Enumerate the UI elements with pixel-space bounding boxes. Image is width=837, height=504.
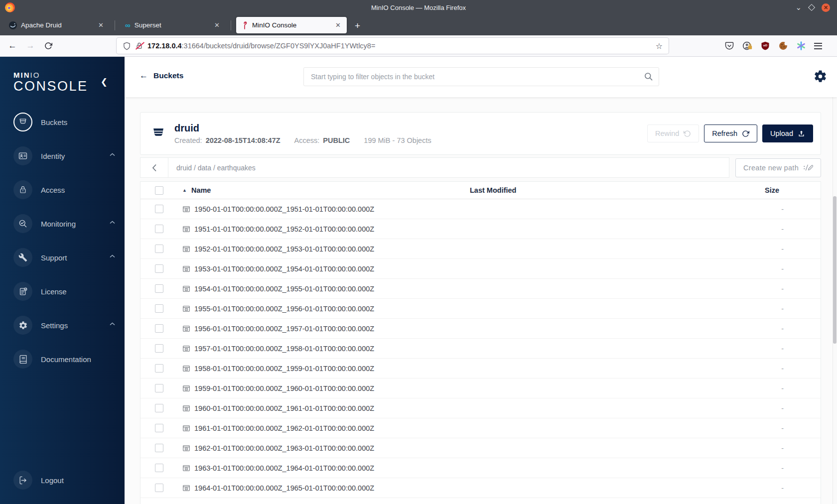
sidebar-item-identity[interactable]: Identity — [0, 139, 125, 173]
refresh-button[interactable]: Refresh — [704, 125, 757, 142]
bookmark-star-icon[interactable]: ☆ — [656, 41, 663, 51]
page-scrollbar-thumb[interactable] — [833, 196, 837, 344]
settings-gear-icon[interactable] — [813, 69, 828, 84]
tab-close-icon[interactable]: ✕ — [97, 21, 105, 29]
account-icon[interactable] — [742, 41, 752, 51]
filter-objects-input[interactable] — [303, 67, 659, 86]
sidebar-item-logout[interactable]: Logout — [0, 463, 125, 497]
row-checkbox[interactable] — [155, 304, 163, 313]
tab-minio-console[interactable]: MinIO Console ✕ — [236, 17, 347, 33]
sidebar-item-support[interactable]: Support — [0, 241, 125, 274]
row-checkbox[interactable] — [155, 324, 163, 333]
url-text[interactable]: 172.18.0.4:31664/buckets/druid/browse/ZG… — [147, 42, 375, 50]
object-name[interactable]: 1951-01-01T00:00:00.000Z_1952-01-01T00:0… — [194, 225, 374, 233]
menu-hamburger-icon[interactable] — [814, 43, 822, 49]
chevron-up-icon[interactable] — [110, 221, 115, 224]
table-row[interactable]: 1956-01-01T00:00:00.000Z_1957-01-01T00:0… — [140, 319, 821, 339]
reload-button[interactable] — [41, 38, 56, 53]
chevron-up-icon[interactable] — [110, 153, 115, 156]
object-name[interactable]: 1959-01-01T00:00:00.000Z_1960-01-01T00:0… — [194, 384, 374, 392]
row-checkbox[interactable] — [155, 444, 163, 452]
row-checkbox[interactable] — [155, 384, 163, 392]
row-checkbox[interactable] — [155, 464, 163, 472]
table-row[interactable]: 1962-01-01T00:00:00.000Z_1963-01-01T00:0… — [140, 438, 821, 458]
row-checkbox[interactable] — [155, 264, 163, 273]
row-checkbox[interactable] — [155, 344, 163, 353]
row-checkbox[interactable] — [155, 364, 163, 373]
tab-close-icon[interactable]: ✕ — [213, 21, 221, 29]
select-all-checkbox[interactable] — [155, 186, 163, 195]
table-row[interactable]: 1963-01-01T00:00:00.000Z_1964-01-01T00:0… — [140, 458, 821, 478]
name-column-header[interactable]: Name — [191, 186, 211, 194]
last-modified-column-header[interactable]: Last Modified — [462, 186, 741, 194]
row-checkbox[interactable] — [155, 424, 163, 432]
object-name[interactable]: 1954-01-01T00:00:00.000Z_1955-01-01T00:0… — [194, 285, 374, 293]
table-row[interactable]: 1953-01-01T00:00:00.000Z_1954-01-01T00:0… — [140, 259, 821, 279]
chevron-up-icon[interactable] — [110, 254, 115, 258]
upload-button[interactable]: Upload — [762, 125, 813, 142]
sidebar-item-access[interactable]: Access — [0, 173, 125, 207]
rewind-button[interactable]: Rewind — [647, 125, 699, 142]
sidebar-item-buckets[interactable]: Buckets — [0, 105, 125, 139]
object-name[interactable]: 1958-01-01T00:00:00.000Z_1959-01-01T00:0… — [194, 365, 374, 373]
url-bar[interactable]: 172.18.0.4:31664/buckets/druid/browse/ZG… — [117, 38, 669, 54]
row-checkbox[interactable] — [155, 284, 163, 293]
size-column-header[interactable]: Size — [741, 186, 821, 194]
object-name[interactable]: 1961-01-01T00:00:00.000Z_1962-01-01T00:0… — [194, 424, 374, 432]
back-button[interactable]: ← — [5, 38, 20, 53]
cookie-extension-icon[interactable] — [778, 41, 788, 51]
breadcrumb-back-button[interactable] — [140, 158, 168, 177]
sidebar-collapse-icon[interactable]: ❮ — [101, 77, 108, 87]
object-name[interactable]: 1957-01-01T00:00:00.000Z_1958-01-01T00:0… — [194, 345, 374, 353]
sort-asc-icon[interactable]: ▲ — [182, 188, 187, 193]
back-to-buckets-link[interactable]: ← Buckets — [140, 71, 183, 81]
object-name[interactable]: 1962-01-01T00:00:00.000Z_1963-01-01T00:0… — [194, 444, 374, 452]
tab-close-icon[interactable]: ✕ — [334, 21, 342, 29]
breadcrumb-path[interactable]: druid / data / earthquakes — [176, 164, 256, 172]
table-row[interactable]: 1952-01-01T00:00:00.000Z_1953-01-01T00:0… — [140, 239, 821, 259]
new-tab-button[interactable]: + — [355, 21, 360, 30]
object-name[interactable]: 1950-01-01T00:00:00.000Z_1951-01-01T00:0… — [194, 205, 374, 213]
sidebar-item-documentation[interactable]: Documentation — [0, 342, 125, 376]
object-name[interactable]: 1956-01-01T00:00:00.000Z_1957-01-01T00:0… — [194, 325, 374, 333]
row-checkbox[interactable] — [155, 225, 163, 233]
sidebar-item-license[interactable]: License — [0, 274, 125, 308]
table-row[interactable]: 1960-01-01T00:00:00.000Z_1961-01-01T00:0… — [140, 398, 821, 418]
window-maximize-icon[interactable] — [808, 4, 815, 11]
sidebar-item-settings[interactable]: Settings — [0, 308, 125, 342]
tab-superset[interactable]: ∞ Superset ✕ — [120, 17, 226, 33]
table-row[interactable]: 1959-01-01T00:00:00.000Z_1960-01-01T00:0… — [140, 378, 821, 398]
object-name[interactable]: 1963-01-01T00:00:00.000Z_1964-01-01T00:0… — [194, 464, 374, 472]
table-row[interactable]: 1955-01-01T00:00:00.000Z_1956-01-01T00:0… — [140, 299, 821, 319]
table-row[interactable]: 1964-01-01T00:00:00.000Z_1965-01-01T00:0… — [140, 478, 821, 498]
chevron-up-icon[interactable] — [110, 322, 115, 326]
forward-button[interactable]: → — [23, 38, 38, 53]
object-name[interactable]: 1952-01-01T00:00:00.000Z_1953-01-01T00:0… — [194, 245, 374, 253]
pocket-icon[interactable] — [724, 41, 734, 51]
row-checkbox[interactable] — [155, 484, 163, 492]
row-checkbox[interactable] — [155, 245, 163, 253]
main-content: ← Buckets druid Created: — [125, 57, 837, 504]
table-row[interactable]: 1954-01-01T00:00:00.000Z_1955-01-01T00:0… — [140, 279, 821, 299]
insecure-lock-icon[interactable] — [136, 42, 143, 50]
tracking-shield-icon[interactable] — [123, 42, 131, 50]
logo-minio-light: IO — [30, 71, 40, 79]
window-close-icon[interactable]: ✕ — [822, 3, 830, 12]
object-name[interactable]: 1953-01-01T00:00:00.000Z_1954-01-01T00:0… — [194, 265, 374, 273]
extension-asterisk-icon[interactable] — [796, 41, 806, 51]
row-checkbox[interactable] — [155, 205, 163, 213]
create-new-path-button[interactable]: Create new path — [735, 158, 821, 177]
sidebar-item-monitoring[interactable]: Monitoring — [0, 207, 125, 241]
table-row[interactable]: 1958-01-01T00:00:00.000Z_1959-01-01T00:0… — [140, 359, 821, 378]
table-row[interactable]: 1957-01-01T00:00:00.000Z_1958-01-01T00:0… — [140, 339, 821, 359]
window-minimize-icon[interactable]: ⌄ — [795, 5, 802, 10]
object-name[interactable]: 1964-01-01T00:00:00.000Z_1965-01-01T00:0… — [194, 484, 374, 492]
table-row[interactable]: 1961-01-01T00:00:00.000Z_1962-01-01T00:0… — [140, 418, 821, 438]
tab-apache-druid[interactable]: Apache Druid ✕ — [4, 17, 110, 33]
object-name[interactable]: 1960-01-01T00:00:00.000Z_1961-01-01T00:0… — [194, 404, 374, 412]
table-row[interactable]: 1950-01-01T00:00:00.000Z_1951-01-01T00:0… — [140, 199, 821, 219]
object-name[interactable]: 1955-01-01T00:00:00.000Z_1956-01-01T00:0… — [194, 305, 374, 313]
ublock-origin-icon[interactable]: uO — [760, 41, 770, 51]
table-row[interactable]: 1951-01-01T00:00:00.000Z_1952-01-01T00:0… — [140, 219, 821, 239]
row-checkbox[interactable] — [155, 404, 163, 412]
